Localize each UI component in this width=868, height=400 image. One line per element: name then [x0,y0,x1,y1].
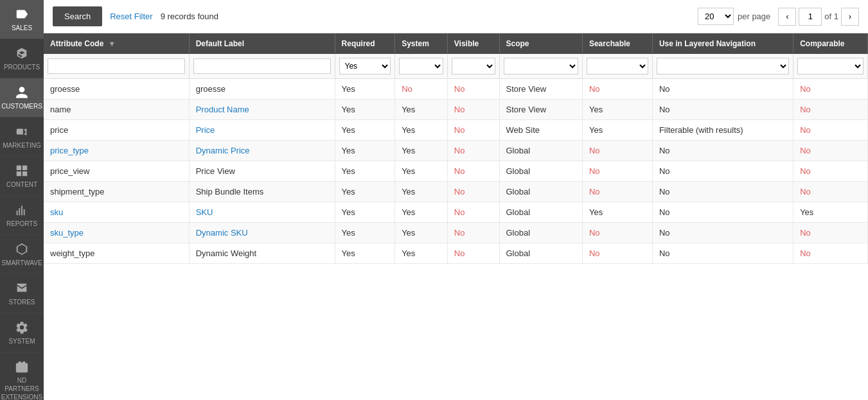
cell-use-in-layered: No [652,161,793,182]
sidebar-item-reports[interactable]: REPORTS [0,196,44,235]
table-wrapper: Attribute Code ▼ Default Label Required … [44,33,868,400]
sidebar-item-sales[interactable]: SALES [0,0,44,39]
col-attribute-code[interactable]: Attribute Code ▼ [44,33,189,54]
prev-page-button[interactable]: ‹ [778,8,796,26]
sidebar-item-products[interactable]: PRODUCTS [0,39,44,78]
cell-scope: Store View [499,100,582,120]
records-found: 9 records found [161,12,690,21]
filter-layered-select[interactable]: Yes No Filterable (with results) Filtera… [657,58,789,74]
filter-default-label-input[interactable] [193,58,331,74]
table-row: sku_typeDynamic SKUYesYesNoGlobalNoNoNo [44,223,868,243]
filter-attribute-code [44,54,189,79]
cell-attribute-code[interactable]: sku [44,202,189,223]
cell-default-label[interactable]: Product Name [189,100,335,120]
cell-required: Yes [335,161,395,182]
cell-scope: Global [499,161,582,182]
cell-default-label[interactable]: SKU [189,202,335,223]
cell-scope: Global [499,223,582,243]
col-visible[interactable]: Visible [447,33,499,54]
cell-system: Yes [395,182,448,202]
sort-icon: ▼ [109,40,116,48]
filter-default-label [189,54,335,79]
cell-comparable: No [793,100,868,120]
pagination: ‹ of 1 › [778,8,859,26]
cell-system: Yes [395,141,448,161]
cell-required: Yes [335,223,395,243]
cell-searchable: No [582,79,652,100]
main-content: Search Reset Filter 9 records found 20 3… [44,0,868,400]
filter-visible-select[interactable]: Yes No [452,58,495,74]
cell-use-in-layered: No [652,202,793,223]
sidebar-item-customers[interactable]: CUSTOMERS [0,78,44,117]
cell-default-label: Price View [189,161,335,182]
col-system[interactable]: System [395,33,448,54]
col-comparable[interactable]: Comparable [793,33,868,54]
filter-searchable-select[interactable]: Yes No [587,58,648,74]
cell-attribute-code[interactable]: sku_type [44,223,189,243]
filter-required-select[interactable]: Yes No [339,58,391,74]
cell-searchable: No [582,141,652,161]
reset-filter-button[interactable]: Reset Filter [110,12,152,21]
sidebar-item-sales-label: SALES [12,24,32,32]
cell-default-label[interactable]: Dynamic SKU [189,223,335,243]
filter-layered: Yes No Filterable (with results) Filtera… [652,54,793,79]
cell-scope: Global [499,141,582,161]
filter-attribute-code-input[interactable] [48,58,185,74]
per-page-select[interactable]: 20 30 50 100 200 [698,8,734,25]
col-use-in-layered[interactable]: Use in Layered Navigation [652,33,793,54]
cell-attribute-code: name [44,100,189,120]
filter-comparable-select[interactable]: Yes No [797,58,864,74]
cell-searchable: Yes [582,120,652,141]
search-button[interactable]: Search [53,6,102,26]
store-icon [14,281,30,296]
col-default-label[interactable]: Default Label [189,33,335,54]
cell-default-label[interactable]: Price [189,120,335,141]
cell-system: Yes [395,223,448,243]
sidebar-item-smartwave[interactable]: SMARTWAVE [0,235,44,274]
extensions-icon [14,359,30,374]
cell-system: Yes [395,202,448,223]
cell-visible: No [447,223,499,243]
attributes-table: Attribute Code ▼ Default Label Required … [44,33,868,264]
cell-required: Yes [335,79,395,100]
cell-default-label[interactable]: Dynamic Price [189,141,335,161]
cell-required: Yes [335,120,395,141]
cell-searchable: Yes [582,202,652,223]
cell-searchable: Yes [582,100,652,120]
tag-icon [14,6,30,22]
sidebar-item-extensions[interactable]: ND PARTNERS EXTENSIONS [0,352,44,400]
cell-attribute-code: weight_type [44,243,189,264]
table-row: skuSKUYesYesNoGlobalYesNoYes [44,202,868,223]
col-scope[interactable]: Scope [499,33,582,54]
cell-scope: Web Site [499,120,582,141]
cell-visible: No [447,202,499,223]
hexagon-icon [14,241,30,257]
cell-attribute-code: price [44,120,189,141]
cell-scope: Store View [499,79,582,100]
col-required[interactable]: Required [335,33,395,54]
page-input[interactable] [799,8,822,26]
sidebar-item-marketing[interactable]: MARKETING [0,117,44,157]
cell-system: Yes [395,100,448,120]
bar-chart-icon [14,202,30,218]
filter-scope: Store View Web Site Global [499,54,582,79]
filter-scope-select[interactable]: Store View Web Site Global [504,58,578,74]
filter-system-select[interactable]: Yes No [399,58,443,74]
cell-visible: No [447,182,499,202]
sidebar: SALES PRODUCTS CUSTOMERS MARKETING CONTE… [0,0,44,400]
cell-scope: Global [499,202,582,223]
per-page-label: per page [738,12,770,21]
cell-comparable: No [793,120,868,141]
cell-comparable: No [793,223,868,243]
col-attribute-code-label: Attribute Code [50,39,103,48]
cell-default-label: groesse [189,79,335,100]
sidebar-item-content[interactable]: CONTENT [0,157,44,196]
sidebar-item-system[interactable]: SYSTEM [0,313,44,352]
cell-visible: No [447,79,499,100]
next-page-button[interactable]: › [841,8,859,26]
cell-comparable: No [793,79,868,100]
sidebar-item-stores[interactable]: STORES [0,274,44,313]
cell-attribute-code[interactable]: price_type [44,141,189,161]
cell-default-label: Ship Bundle Items [189,182,335,202]
col-searchable[interactable]: Searchable [582,33,652,54]
